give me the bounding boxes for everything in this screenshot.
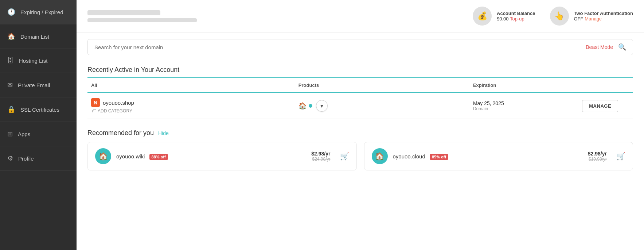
topbar: 💰 Account Balance $0.00 Top-up 👆 Two Fac… bbox=[77, 0, 644, 32]
product-dot bbox=[309, 104, 312, 108]
apps-icon: ⊞ bbox=[7, 130, 13, 138]
manage-cell: MANAGE bbox=[578, 93, 633, 119]
account-balance-info: Account Balance $0.00 Top-up bbox=[497, 11, 535, 22]
gear-icon: ⚙ bbox=[7, 154, 13, 162]
sidebar-item-label: Expiring / Expired bbox=[20, 9, 63, 15]
rec-price-current-0: $2.98/yr bbox=[311, 151, 330, 157]
rec-card-name-0: oyouoo.wiki 88% off bbox=[116, 153, 306, 159]
home-product-icon: 🏠 bbox=[298, 102, 307, 110]
rec-card-icon-1: 🏠 bbox=[372, 148, 388, 164]
domain-name-cell: N oyouoo.shop 🏷 ADD CATEGORY bbox=[87, 93, 295, 119]
recommended-title: Recommended for you bbox=[87, 129, 154, 137]
manage-2fa-link[interactable]: Manage bbox=[585, 16, 602, 22]
off-badge-1: 85% off bbox=[430, 154, 448, 160]
username-blurred bbox=[87, 10, 160, 15]
rec-price-original-1: $19.98/yr bbox=[588, 157, 607, 162]
sidebar-item-apps[interactable]: ⊞ Apps bbox=[0, 122, 77, 146]
search-container: Beast Mode 🔍 bbox=[77, 32, 644, 57]
recommended-header: Recommended for you Hide bbox=[87, 129, 633, 137]
products-cell: 🏠 ▼ bbox=[295, 93, 469, 119]
two-factor-info: Two Factor Authentication OFF Manage bbox=[574, 11, 633, 22]
two-factor-label: Two Factor Authentication bbox=[574, 11, 633, 16]
rec-card-pricing-1: $2.98/yr $19.98/yr bbox=[588, 151, 607, 162]
fingerprint-icon: 👆 bbox=[550, 7, 569, 26]
add-to-cart-button-0[interactable]: 🛒 bbox=[340, 152, 349, 161]
main-content: 💰 Account Balance $0.00 Top-up 👆 Two Fac… bbox=[77, 0, 644, 250]
user-info bbox=[87, 10, 458, 22]
sidebar-item-expiring-expired[interactable]: 🕐 Expiring / Expired bbox=[0, 0, 77, 24]
beast-mode-link[interactable]: Beast Mode bbox=[586, 44, 613, 50]
col-action bbox=[578, 78, 633, 93]
add-to-cart-button-1[interactable]: 🛒 bbox=[616, 152, 625, 161]
sidebar-item-domain-list[interactable]: 🏠 Domain List bbox=[0, 24, 77, 49]
email-icon: ✉ bbox=[7, 81, 13, 89]
domain-name-container: N oyouoo.shop 🏷 ADD CATEGORY bbox=[91, 98, 291, 114]
user-email-blurred bbox=[87, 18, 197, 22]
off-badge-0: 88% off bbox=[149, 154, 168, 160]
money-bag-icon: 💰 bbox=[473, 7, 492, 26]
sidebar-item-profile[interactable]: ⚙ Profile bbox=[0, 146, 77, 171]
sidebar-item-ssl-certificates[interactable]: 🔒 SSL Certificates bbox=[0, 97, 77, 122]
sidebar-item-label: Private Email bbox=[18, 82, 50, 88]
sidebar-item-label: Profile bbox=[18, 155, 34, 162]
add-category-label: ADD CATEGORY bbox=[98, 108, 132, 114]
sidebar-item-hosting-list[interactable]: 🗄 Hosting List bbox=[0, 49, 77, 73]
two-factor-widget: 👆 Two Factor Authentication OFF Manage bbox=[550, 7, 633, 26]
sidebar: 🕐 Expiring / Expired 🏠 Domain List 🗄 Hos… bbox=[0, 0, 77, 250]
sidebar-item-label: Domain List bbox=[20, 34, 49, 40]
recommended-cards: 🏠 oyouoo.wiki 88% off $2.98/yr $24.98/yr… bbox=[87, 142, 633, 170]
search-icon[interactable]: 🔍 bbox=[618, 43, 626, 51]
sidebar-item-label: Apps bbox=[18, 131, 30, 137]
products-icons-container: 🏠 ▼ bbox=[298, 100, 466, 112]
expiration-cell: May 25, 2025 Domain bbox=[469, 93, 578, 119]
two-factor-status: OFF Manage bbox=[574, 16, 633, 22]
table-header-row: All Products Expiration bbox=[87, 78, 633, 93]
lock-icon: 🔒 bbox=[7, 105, 15, 114]
expiration-info: May 25, 2025 Domain bbox=[473, 100, 575, 111]
account-balance-label: Account Balance bbox=[497, 11, 535, 16]
rec-card-name-1: oyouoo.cloud 85% off bbox=[393, 153, 583, 159]
home-icon: 🏠 bbox=[7, 32, 15, 41]
account-balance-value: $0.00 Top-up bbox=[497, 16, 535, 22]
hide-link[interactable]: Hide bbox=[158, 130, 169, 136]
domain-search-input[interactable] bbox=[94, 44, 586, 50]
rec-price-current-1: $2.98/yr bbox=[588, 151, 607, 157]
col-all: All bbox=[87, 78, 295, 93]
domain-name-row: N oyouoo.shop bbox=[91, 98, 291, 107]
product-icons: 🏠 bbox=[298, 102, 312, 110]
domain-table: All Products Expiration N oyouoo.shop bbox=[87, 78, 633, 119]
recommended-section: Recommended for you Hide 🏠 oyouoo.wiki 8… bbox=[87, 129, 633, 170]
manage-button[interactable]: MANAGE bbox=[582, 100, 618, 112]
rec-card-1: 🏠 oyouoo.cloud 85% off $2.98/yr $19.98/y… bbox=[364, 142, 633, 170]
content-area: Recently Active in Your Account All Prod… bbox=[77, 57, 644, 179]
expiration-type: Domain bbox=[473, 106, 575, 111]
domain-search-bar: Beast Mode 🔍 bbox=[87, 39, 633, 55]
recently-active-section: Recently Active in Your Account All Prod… bbox=[87, 66, 633, 119]
add-category-button[interactable]: 🏷 ADD CATEGORY bbox=[92, 108, 291, 114]
recently-active-title: Recently Active in Your Account bbox=[87, 66, 633, 74]
clock-icon: 🕐 bbox=[7, 8, 15, 16]
expiration-date: May 25, 2025 bbox=[473, 100, 575, 106]
tag-icon: 🏷 bbox=[92, 108, 96, 114]
col-expiration: Expiration bbox=[469, 78, 578, 93]
chevron-down-button[interactable]: ▼ bbox=[316, 100, 328, 112]
topup-link[interactable]: Top-up bbox=[510, 16, 524, 22]
col-products: Products bbox=[295, 78, 469, 93]
server-icon: 🗄 bbox=[7, 57, 14, 65]
rec-price-original-0: $24.98/yr bbox=[311, 157, 330, 162]
rec-card-pricing-0: $2.98/yr $24.98/yr bbox=[311, 151, 330, 162]
sidebar-item-label: SSL Certificates bbox=[20, 107, 59, 113]
domain-badge: N bbox=[91, 98, 100, 107]
account-balance-widget: 💰 Account Balance $0.00 Top-up bbox=[473, 7, 535, 26]
domain-name-text: oyouoo.shop bbox=[103, 100, 134, 106]
rec-card-0: 🏠 oyouoo.wiki 88% off $2.98/yr $24.98/yr… bbox=[87, 142, 357, 170]
rec-card-icon-0: 🏠 bbox=[95, 148, 111, 164]
sidebar-item-label: Hosting List bbox=[19, 58, 47, 64]
sidebar-item-private-email[interactable]: ✉ Private Email bbox=[0, 73, 77, 97]
table-row: N oyouoo.shop 🏷 ADD CATEGORY bbox=[87, 93, 633, 119]
